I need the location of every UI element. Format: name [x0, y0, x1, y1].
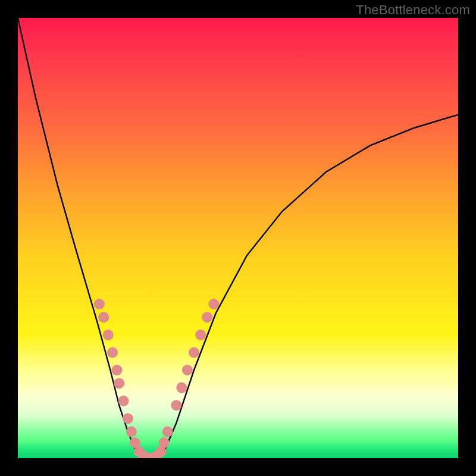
sample-dot — [94, 299, 105, 309]
sample-dot — [176, 383, 187, 393]
sample-dot — [171, 400, 181, 411]
sample-dot — [162, 427, 173, 437]
sample-dot — [126, 427, 137, 437]
sample-dot — [195, 330, 206, 340]
chart-frame: TheBottleneck.com — [0, 0, 476, 476]
sample-dot — [123, 413, 133, 424]
sample-dot — [112, 365, 123, 375]
sample-dot — [98, 312, 109, 322]
sample-dot — [107, 347, 118, 358]
sample-dot — [202, 312, 212, 322]
sample-dot — [159, 437, 170, 448]
sample-dot — [103, 330, 114, 340]
watermark-text: TheBottleneck.com — [356, 2, 470, 18]
chart-svg — [18, 18, 458, 458]
sample-dot — [118, 396, 129, 406]
sample-dot — [182, 365, 193, 375]
plot-area — [18, 18, 458, 458]
sample-dot — [189, 347, 199, 358]
bottleneck-curve — [18, 18, 458, 458]
sample-dot — [208, 299, 219, 309]
sample-dot — [114, 378, 124, 389]
